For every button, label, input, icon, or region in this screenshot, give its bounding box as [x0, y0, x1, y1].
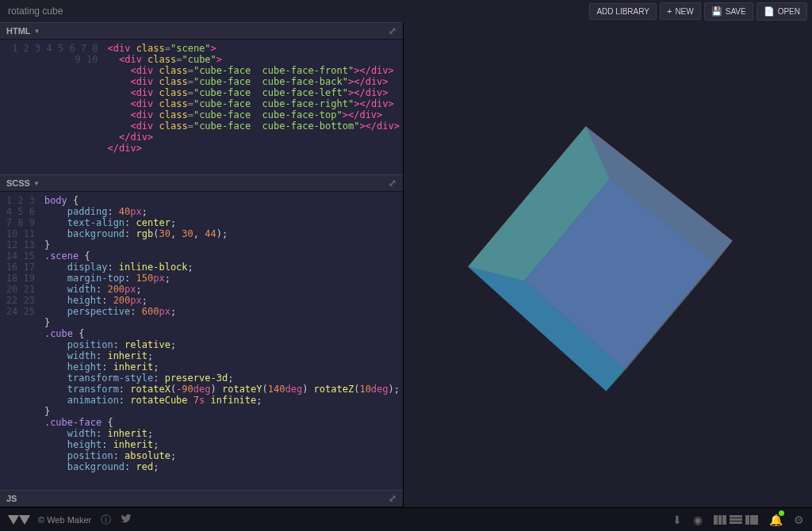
topbar: rotating cube ADD LIBRARY +NEW 💾SAVE 📄OP…	[0, 0, 812, 22]
logo-icon[interactable]	[8, 514, 30, 526]
layout-rows-icon[interactable]	[730, 515, 742, 525]
layout-columns-icon[interactable]	[714, 515, 726, 525]
scss-editor[interactable]: 1 2 3 4 5 6 7 8 9 10 11 12 13 14 15 16 1…	[0, 192, 403, 490]
js-pane-label: JS	[6, 494, 17, 503]
screenshot-icon[interactable]: ◉	[693, 514, 703, 526]
save-icon: 💾	[711, 6, 722, 17]
add-library-button[interactable]: ADD LIBRARY	[589, 3, 657, 20]
expand-icon[interactable]: ⤢	[389, 25, 396, 36]
chevron-down-icon: ▼	[33, 180, 40, 187]
preview-cube	[527, 197, 670, 317]
open-button[interactable]: 📄OPEN	[756, 2, 807, 21]
settings-icon[interactable]: ⚙	[794, 514, 804, 526]
html-pane-label: HTML	[6, 26, 31, 36]
scss-pane-label: SCSS	[6, 178, 30, 188]
expand-icon[interactable]: ⤢	[389, 493, 396, 504]
html-pane: HTML ▼ ⤢ 1 2 3 4 5 6 7 8 9 10 <div class…	[0, 22, 403, 174]
new-button[interactable]: +NEW	[660, 2, 701, 20]
html-editor[interactable]: 1 2 3 4 5 6 7 8 9 10 <div class="scene">…	[0, 40, 403, 174]
expand-icon[interactable]: ⤢	[389, 178, 396, 189]
download-icon[interactable]: ⬇	[672, 514, 682, 526]
scss-pane: SCSS ▼ ⤢ 1 2 3 4 5 6 7 8 9 10 11 12 13 1…	[0, 174, 403, 490]
preview-pane	[404, 22, 812, 507]
save-button[interactable]: 💾SAVE	[704, 2, 753, 21]
cube-face-top	[468, 126, 733, 391]
editors-column: HTML ▼ ⤢ 1 2 3 4 5 6 7 8 9 10 <div class…	[0, 22, 404, 507]
preview-scene	[529, 185, 688, 344]
layout-right-icon[interactable]	[745, 515, 758, 525]
html-pane-header[interactable]: HTML ▼ ⤢	[0, 22, 403, 40]
brand-link[interactable]: © Web Maker	[38, 515, 91, 525]
notifications-icon[interactable]: 🔔	[769, 514, 783, 526]
js-pane-header[interactable]: JS ⤢	[0, 490, 403, 507]
footer: © Web Maker ⓘ ⬇ ◉ 🔔 ⚙	[0, 507, 812, 531]
project-title[interactable]: rotating cube	[5, 6, 63, 17]
help-icon[interactable]: ⓘ	[101, 513, 111, 527]
folder-icon: 📄	[764, 6, 775, 17]
layout-switcher	[714, 515, 758, 525]
twitter-icon[interactable]	[121, 513, 132, 526]
plus-icon: +	[667, 6, 672, 16]
scss-pane-header[interactable]: SCSS ▼ ⤢	[0, 174, 403, 192]
chevron-down-icon: ▼	[34, 28, 40, 35]
js-pane: JS ⤢	[0, 490, 403, 507]
